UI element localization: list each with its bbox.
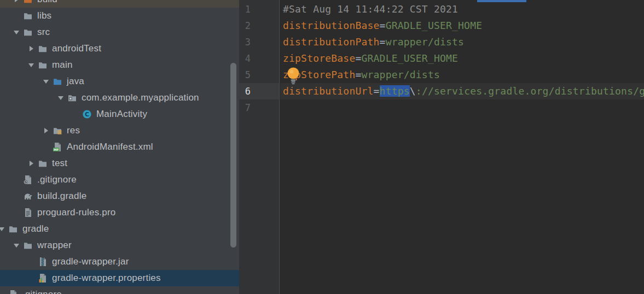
folder-icon — [23, 240, 33, 250]
gitignore-file-icon — [8, 290, 18, 294]
svg-text:C: C — [85, 111, 89, 118]
folder-icon — [38, 60, 48, 70]
tree-item-test[interactable]: test — [0, 155, 239, 172]
code-line-2[interactable]: distributionBase=GRADLE_USER_HOME — [280, 17, 644, 34]
tree-item-build-gradle[interactable]: build.gradle — [0, 188, 239, 204]
token-value: GRADLE_USER_HOME — [386, 20, 483, 31]
token-key: zipStoreBase — [283, 52, 355, 64]
tree-item-label: .gitignore — [37, 174, 77, 185]
tree-item-build[interactable]: build — [0, 0, 239, 8]
token-sep: = — [380, 20, 386, 31]
chevron-expanded-icon[interactable] — [39, 78, 53, 85]
project-tree-panel: buildlibssrcandroidTestmainjavacom.examp… — [0, 0, 239, 294]
tree-item-androidtest[interactable]: androidTest — [0, 40, 239, 57]
java-class-icon: C — [82, 109, 92, 119]
resources-folder-icon — [53, 126, 62, 136]
chevron-expanded-icon[interactable] — [0, 226, 8, 232]
chevron-expanded-icon[interactable] — [25, 62, 38, 68]
chevron-collapsed-icon[interactable] — [10, 0, 23, 3]
chevron-expanded-icon[interactable] — [10, 29, 23, 36]
tree-item-res[interactable]: res — [0, 122, 239, 139]
line-number-3[interactable]: 3 — [239, 34, 279, 50]
line-number-5[interactable]: 5 — [239, 67, 279, 83]
tree-item-label: java — [67, 76, 84, 87]
tree-item-label: gradle — [22, 224, 49, 234]
active-tab-underline — [477, 0, 526, 2]
line-number-6[interactable]: 6 — [239, 83, 279, 99]
token-comment: #Sat Aug 14 11:44:22 CST 2021 — [283, 3, 458, 15]
tree-item-main[interactable]: main — [0, 57, 239, 73]
code-line-4[interactable]: zipStoreBase=GRADLE_USER_HOME — [280, 50, 644, 67]
chevron-expanded-icon[interactable] — [10, 242, 23, 249]
tree-item-label: wrapper — [37, 240, 72, 251]
folder-icon — [23, 11, 33, 21]
tree-item-label: libs — [37, 10, 51, 21]
line-number-4[interactable]: 4 — [239, 50, 279, 67]
manifest-file-icon: MF — [53, 142, 62, 152]
tree-item-gitignore[interactable]: .gitignore — [0, 172, 239, 188]
gitignore-file-icon — [23, 175, 33, 185]
tree-item-androidmanifest-xml[interactable]: MFAndroidManifest.xml — [0, 139, 239, 155]
tree-item-wrapper[interactable]: wrapper — [0, 237, 239, 254]
tree-item-gradle-wrapper-properties[interactable]: gradle-wrapper.properties — [0, 270, 239, 286]
tree-item-gradle-wrapper-jar[interactable]: gradle-wrapper.jar — [0, 254, 239, 270]
line-number-text: 7 — [239, 99, 251, 116]
text-file-icon — [23, 208, 33, 217]
gradle-file-icon — [23, 191, 33, 201]
project-tree: buildlibssrcandroidTestmainjavacom.examp… — [0, 0, 239, 294]
token-value: GRADLE_USER_HOME — [362, 52, 459, 64]
chevron-collapsed-icon[interactable] — [39, 127, 53, 134]
code-line-1[interactable]: #Sat Aug 14 11:44:22 CST 2021 — [280, 1, 644, 17]
tree-item-mainactivity[interactable]: CMainActivity — [0, 106, 239, 122]
code-line-7[interactable] — [280, 99, 644, 116]
folder-icon — [23, 27, 33, 37]
svg-text:MF: MF — [54, 148, 59, 151]
token-sep: = — [374, 85, 380, 97]
line-number-column: 1234567 — [239, 0, 279, 116]
token-key: distributionBase — [283, 20, 380, 31]
tree-item-java[interactable]: java — [0, 73, 239, 90]
code-line-3[interactable]: distributionPath=wrapper/dists — [280, 34, 644, 50]
token-value: wrapper/dists — [386, 36, 464, 48]
jar-file-icon — [38, 257, 48, 267]
code-line-5[interactable]: zipStorePath=wrapper/dists — [280, 67, 644, 83]
line-number-text: 4 — [239, 50, 251, 67]
code-line-6[interactable]: distributionUrl=https\://services.gradle… — [280, 83, 644, 99]
tree-item-label: .gitignore — [22, 289, 62, 294]
chevron-expanded-icon[interactable] — [54, 95, 67, 101]
tree-item-libs[interactable]: libs — [0, 8, 239, 24]
token-sep: = — [355, 52, 361, 64]
line-number-2[interactable]: 2 — [239, 17, 279, 34]
tree-item-label: res — [67, 125, 80, 136]
line-number-7[interactable]: 7 — [239, 99, 279, 116]
tree-item-gitignore[interactable]: .gitignore — [0, 286, 239, 294]
folder-icon — [38, 44, 48, 54]
project-tree-scrollbar-thumb[interactable] — [230, 63, 236, 248]
tree-item-label: gradle-wrapper.jar — [52, 256, 129, 267]
token-key: distributionUrl — [283, 85, 374, 97]
chevron-collapsed-icon[interactable] — [25, 160, 38, 167]
tree-item-com-example-myapplication[interactable]: com.example.myapplication — [0, 90, 239, 106]
tree-item-label: build.gradle — [37, 191, 86, 202]
tree-item-label: main — [52, 60, 73, 70]
tree-item-label: androidTest — [52, 43, 101, 54]
build-folder-icon — [23, 0, 33, 4]
tree-item-label: MainActivity — [96, 109, 147, 120]
line-number-text: 2 — [239, 17, 251, 34]
token-value: ://services.gradle.org/distributions/g — [416, 85, 644, 97]
intention-bulb-icon[interactable] — [286, 67, 300, 85]
tree-item-label: test — [52, 158, 67, 169]
selected-text: https — [380, 85, 410, 97]
line-number-1[interactable]: 1 — [239, 1, 279, 17]
chevron-collapsed-icon[interactable] — [25, 45, 38, 52]
tree-item-gradle[interactable]: gradle — [0, 221, 239, 237]
editor-code-area[interactable]: #Sat Aug 14 11:44:22 CST 2021distributio… — [280, 0, 644, 294]
token-sep: = — [380, 36, 386, 48]
ide-window: buildlibssrcandroidTestmainjavacom.examp… — [0, 0, 644, 294]
tree-item-src[interactable]: src — [0, 24, 239, 40]
tree-item-label: proguard-rules.pro — [37, 207, 115, 218]
tree-item-label: src — [37, 27, 50, 38]
tree-item-proguard-rules-pro[interactable]: proguard-rules.pro — [0, 204, 239, 221]
package-folder-icon — [67, 93, 77, 103]
token-key: distributionPath — [283, 36, 380, 48]
